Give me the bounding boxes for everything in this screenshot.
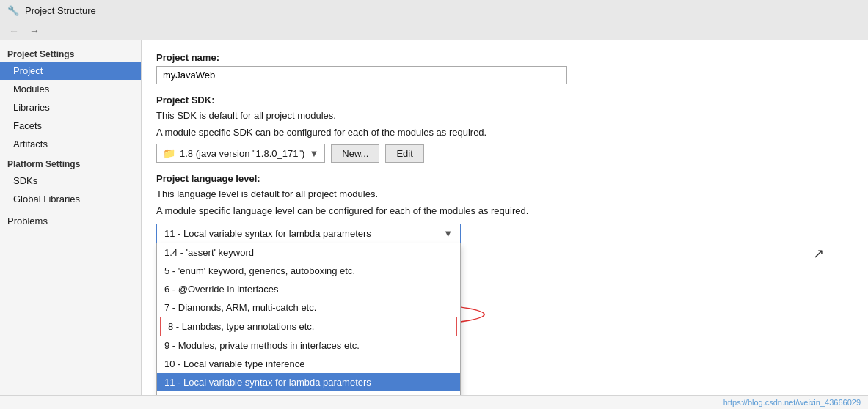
sidebar-item-project[interactable]: Project [0,62,141,80]
lang-dropdown-container: 11 - Local variable syntax for lambda pa… [156,224,461,243]
sdk-selected-value: 1.8 (java version "1.8.0_171") [180,148,304,159]
sdk-description-2: A module specific SDK can be configured … [156,125,853,140]
nav-bar: ← → [0,21,868,40]
sidebar: Project Settings Project Modules Librari… [0,40,142,395]
lang-selected-value: 11 - Local variable syntax for lambda pa… [164,228,371,239]
lang-description-1: This language level is default for all p… [156,187,853,202]
sdk-dropdown[interactable]: 📁 1.8 (java version "1.8.0_171") ▼ [156,144,325,163]
lang-option-5[interactable]: 5 - 'enum' keyword, generics, autoboxing… [157,262,460,280]
lang-option-1.4[interactable]: 1.4 - 'assert' keyword [157,243,460,262]
platform-settings-label: Platform Settings [0,153,141,172]
sidebar-item-libraries[interactable]: Libraries [0,98,141,117]
main-area: Project Settings Project Modules Librari… [0,40,868,395]
lang-dropdown-trigger[interactable]: 11 - Local variable syntax for lambda pa… [156,224,461,243]
lang-option-6[interactable]: 6 - @Override in interfaces [157,280,460,298]
lang-dropdown-list: 1.4 - 'assert' keyword 5 - 'enum' keywor… [156,243,461,395]
content-area: Project name: Project SDK: This SDK is d… [142,40,868,395]
sidebar-item-artifacts[interactable]: Artifacts [0,135,141,153]
project-name-input[interactable] [156,66,567,84]
forward-button[interactable]: → [26,23,43,38]
sdk-description-1: This SDK is default for all project modu… [156,108,853,123]
lang-option-10[interactable]: 10 - Local variable type inference [157,355,460,373]
lang-description-2: A module specific language level can be … [156,204,853,218]
bottom-bar: https://blog.csdn.net/weixin_43666029 [0,395,868,409]
project-settings-label: Project Settings [0,43,141,62]
lang-option-7[interactable]: 7 - Diamonds, ARM, multi-catch etc. [157,298,460,317]
sidebar-item-problems[interactable]: Problems [0,208,141,230]
sidebar-item-facets[interactable]: Facets [0,117,141,135]
sdk-new-button[interactable]: New... [331,144,379,163]
lang-option-8[interactable]: 8 - Lambdas, type annotations etc. [160,317,457,336]
project-sdk-label: Project SDK: [156,95,853,106]
sidebar-item-modules[interactable]: Modules [0,80,141,98]
folder-icon: 📁 [163,147,175,159]
back-button[interactable]: ← [6,23,22,38]
cursor-icon: ↗ [813,246,824,262]
window-title: Project Structure [25,5,96,16]
project-lang-label: Project language level: [156,173,853,184]
lang-option-X[interactable]: X - Experimental features [157,391,460,395]
lang-dropdown-arrow-icon: ▼ [443,228,453,239]
sdk-row: 📁 1.8 (java version "1.8.0_171") ▼ New..… [156,144,853,163]
sidebar-item-sdks[interactable]: SDKs [0,172,141,190]
app-icon: 🔧 [7,4,19,16]
dropdown-arrow-icon: ▼ [309,148,318,159]
title-bar: 🔧 Project Structure [0,0,868,21]
sdk-edit-button[interactable]: Edit [385,144,423,163]
sidebar-item-global-libraries[interactable]: Global Libraries [0,190,141,208]
lang-option-9[interactable]: 9 - Modules, private methods in interfac… [157,336,460,355]
url-text: https://blog.csdn.net/weixin_43666029 [723,398,861,407]
lang-option-11[interactable]: 11 - Local variable syntax for lambda pa… [157,373,460,391]
project-name-label: Project name: [156,52,853,63]
